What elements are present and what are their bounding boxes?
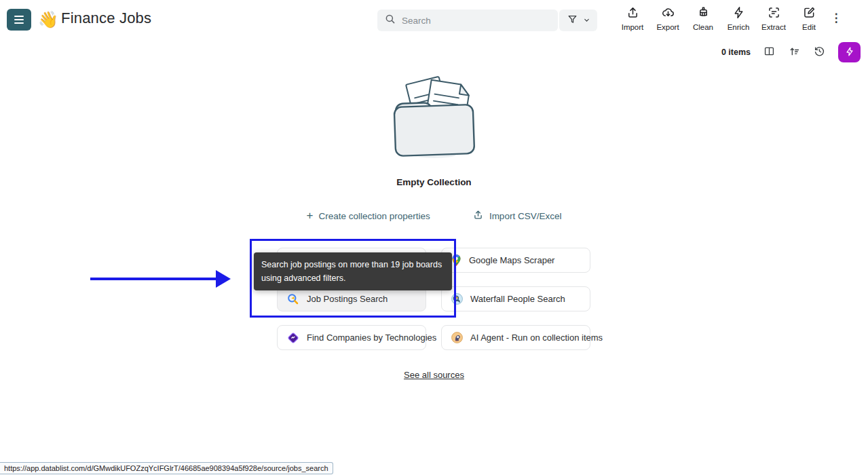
split-view-icon xyxy=(763,45,776,60)
wave-emoji: 👋 xyxy=(38,10,58,30)
clean-label: Clean xyxy=(693,23,713,31)
import-csv-link[interactable]: Import CSV/Excel xyxy=(472,209,562,223)
status-bar-url: https://app.datablist.com/d/GMwdikUFOZzq… xyxy=(0,462,333,474)
history-button[interactable] xyxy=(813,45,826,60)
cloud-download-icon xyxy=(661,5,675,22)
kebab-menu-icon[interactable]: ⋮ xyxy=(828,11,844,25)
ai-agent-icon xyxy=(451,331,464,344)
empty-folder-illustration xyxy=(388,64,480,160)
edit-pencil-icon xyxy=(802,5,816,22)
search-icon xyxy=(384,13,396,28)
sort-icon xyxy=(788,45,801,60)
tech-diamond-icon xyxy=(286,331,300,345)
extract-button[interactable]: Extract xyxy=(756,5,791,31)
enrich-button[interactable]: Enrich xyxy=(721,5,756,31)
split-view-button[interactable] xyxy=(763,45,776,60)
import-button[interactable]: Import xyxy=(615,5,650,31)
sort-button[interactable] xyxy=(788,45,801,60)
google-maps-pin-icon xyxy=(451,254,462,267)
search-input[interactable] xyxy=(402,16,551,26)
chevron-down-icon xyxy=(583,16,590,26)
search-box[interactable] xyxy=(377,10,558,31)
create-properties-label: Create collection properties xyxy=(319,211,430,221)
hamburger-icon xyxy=(14,16,24,24)
enrich-label: Enrich xyxy=(728,23,750,31)
items-count: 0 items xyxy=(721,48,751,57)
import-csv-label: Import CSV/Excel xyxy=(489,211,562,221)
create-properties-link[interactable]: + Create collection properties xyxy=(307,209,430,223)
header-toolbar: Import Export xyxy=(615,5,861,37)
annotation-arrow xyxy=(90,278,219,280)
app-window: 👋 Finance Jobs xyxy=(0,0,868,475)
see-all-sources-link[interactable]: See all sources xyxy=(404,370,464,380)
source-button-google-maps-scraper[interactable]: Google Maps Scraper xyxy=(441,248,590,273)
scan-text-icon xyxy=(767,5,781,22)
funnel-icon xyxy=(567,14,578,27)
empty-collection-title: Empty Collection xyxy=(0,177,868,187)
hamburger-menu-button[interactable] xyxy=(7,9,31,31)
empty-actions-row: + Create collection properties Import CS… xyxy=(0,209,868,223)
filter-button[interactable] xyxy=(559,10,597,31)
plus-icon: + xyxy=(307,211,314,221)
tooltip: Search job postings on more than 19 job … xyxy=(254,252,452,290)
bolt-icon xyxy=(732,5,746,22)
upload-icon xyxy=(472,209,484,223)
header: 👋 Finance Jobs xyxy=(0,0,868,41)
export-label: Export xyxy=(656,23,679,31)
source-button-ai-agent[interactable]: AI Agent - Run on collection items xyxy=(441,325,590,350)
see-all-sources-row: See all sources xyxy=(0,368,868,381)
history-icon xyxy=(813,45,826,60)
job-search-icon xyxy=(286,292,300,306)
people-search-icon xyxy=(451,292,464,305)
annotation-arrow-head xyxy=(216,270,231,288)
edit-label: Edit xyxy=(802,23,816,31)
upload-icon xyxy=(626,5,640,22)
flash-icon xyxy=(844,46,855,59)
clean-button[interactable]: Clean xyxy=(685,5,721,31)
export-button[interactable]: Export xyxy=(650,5,685,31)
import-label: Import xyxy=(622,23,644,31)
source-button-waterfall-people-search[interactable]: Waterfall People Search xyxy=(441,286,590,311)
page-title: Finance Jobs xyxy=(61,10,151,27)
edit-button[interactable]: Edit xyxy=(791,5,827,31)
extract-label: Extract xyxy=(761,23,786,31)
brush-icon xyxy=(696,5,711,22)
source-button-find-companies-by-technologies[interactable]: Find Companies by Technologies xyxy=(277,325,426,350)
quick-actions-button[interactable] xyxy=(838,42,861,62)
collection-subtoolbar: 0 items xyxy=(721,41,861,64)
